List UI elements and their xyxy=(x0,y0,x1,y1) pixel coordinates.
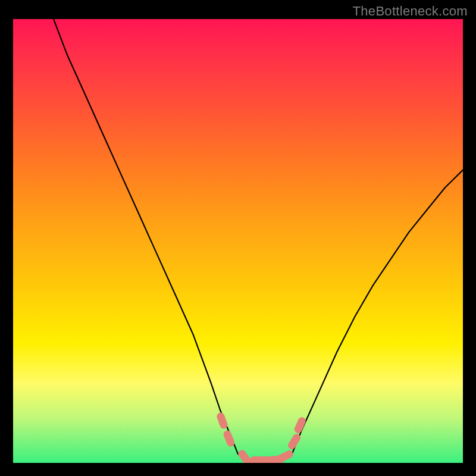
trough-marker xyxy=(293,416,307,434)
bottleneck-curve xyxy=(13,19,463,463)
svg-rect-0 xyxy=(216,412,229,430)
attribution-text: TheBottleneck.com xyxy=(353,4,468,19)
svg-rect-7 xyxy=(293,416,307,434)
svg-rect-5 xyxy=(276,449,295,463)
trough-marker xyxy=(216,412,229,430)
trough-marker xyxy=(223,430,236,448)
chart-frame: TheBottleneck.com xyxy=(0,0,476,476)
trough-marker xyxy=(276,449,295,463)
svg-rect-1 xyxy=(223,430,236,448)
plot-area xyxy=(13,19,463,463)
